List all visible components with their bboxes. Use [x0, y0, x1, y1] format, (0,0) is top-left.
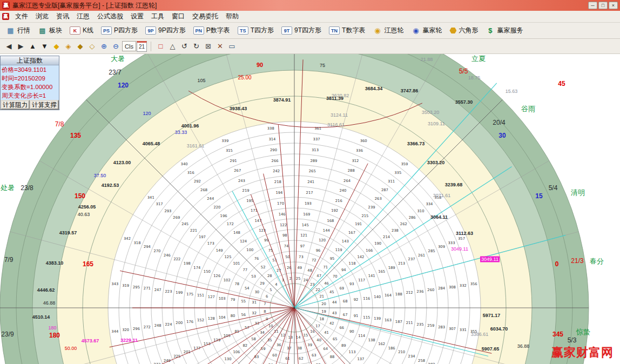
svg-text:34: 34	[260, 331, 265, 335]
menu-item-formula-stock-pick[interactable]: 公式选股	[93, 11, 127, 22]
svg-text:71: 71	[324, 265, 328, 269]
toolbar-winner-wheel-button[interactable]: ◉赢家轮	[407, 24, 446, 37]
toolbar-quotes-button[interactable]: ▦行情	[2, 24, 34, 37]
page-right-button[interactable]: ▶	[15, 41, 26, 52]
svg-text:193: 193	[305, 201, 312, 206]
svg-text:288: 288	[348, 168, 355, 173]
svg-text:264: 264	[343, 179, 351, 183]
hexagon-label: 六角形	[459, 26, 478, 35]
svg-text:63: 63	[312, 353, 316, 358]
calendar-21-button[interactable]: 21	[137, 41, 147, 52]
gann-tool-4-button[interactable]: ◇	[86, 41, 98, 52]
toolbar-t-number-table-button[interactable]: TNT数字表	[325, 24, 369, 37]
minimize-button[interactable]: ─	[588, 2, 597, 9]
winner-service-label: 赢家服务	[497, 26, 523, 35]
svg-text:320: 320	[122, 328, 129, 332]
crop-tool-button[interactable]: ✕	[214, 41, 226, 52]
svg-text:2: 2	[289, 277, 292, 281]
toolbar-t-square-button[interactable]: TST四方形	[234, 24, 278, 37]
menu-item-gann[interactable]: 江恩	[73, 11, 93, 22]
svg-text:15: 15	[304, 333, 308, 338]
gann-wheel-chart[interactable]: 2345678910111213141516171819202122232425…	[0, 54, 620, 364]
svg-text:343: 343	[111, 282, 118, 286]
svg-text:166: 166	[366, 248, 373, 253]
svg-text:80: 80	[231, 314, 235, 318]
marker-down-button[interactable]: ▼	[39, 41, 50, 52]
svg-text:17: 17	[315, 324, 320, 328]
toolbar-p-square-button[interactable]: PSP四方形	[97, 24, 141, 37]
maximize-button[interactable]: □	[598, 2, 608, 9]
delete-tool-button[interactable]: ⊠	[203, 41, 214, 52]
toolbar-kline-button[interactable]: KK线	[66, 24, 97, 37]
svg-text:219: 219	[242, 188, 250, 193]
menu-item-help[interactable]: 帮助	[222, 11, 242, 22]
gann-wheel-icon: ◉	[373, 26, 382, 35]
svg-text:309: 309	[438, 245, 445, 249]
menu-item-news[interactable]: 资讯	[52, 11, 73, 22]
rect-tool-button[interactable]: □	[155, 41, 166, 52]
toolbar-gann-wheel-button[interactable]: ◉江恩轮	[369, 24, 407, 37]
svg-text:335: 335	[394, 171, 401, 175]
svg-text:5: 5	[269, 288, 272, 292]
menu-item-settings[interactable]: 设置	[127, 11, 147, 22]
svg-text:28: 28	[267, 274, 272, 278]
gann-tool-2-button[interactable]: ◈	[63, 41, 74, 52]
svg-text:194: 194	[275, 191, 282, 195]
svg-text:239: 239	[368, 205, 375, 210]
t-number-table-label: T数字表	[342, 26, 365, 35]
svg-text:333: 333	[448, 241, 455, 245]
svg-text:82: 82	[242, 343, 247, 348]
page-left-button[interactable]: ◀	[3, 41, 15, 52]
menu-item-trade-entrust[interactable]: 交易委托	[188, 11, 222, 22]
svg-text:102: 102	[224, 278, 231, 282]
svg-text:360: 360	[360, 139, 367, 143]
toolbar-hexagon-button[interactable]: 六角形	[446, 24, 482, 37]
svg-text:197: 197	[199, 235, 206, 239]
svg-text:57: 57	[245, 326, 250, 330]
svg-text:49: 49	[297, 266, 302, 270]
p-number-table-label: P数字表	[206, 26, 230, 35]
t-square-label: T四方形	[251, 26, 274, 35]
toolbar-9t-square-button[interactable]: 9T9T四方形	[278, 24, 325, 37]
menu-item-browse[interactable]: 浏览	[32, 11, 52, 22]
svg-text:358: 358	[434, 196, 441, 200]
svg-text:164: 164	[385, 293, 392, 298]
present-tool-button[interactable]: ▭	[226, 41, 238, 52]
close-button[interactable]: ×	[609, 2, 618, 9]
toolbar-winner-service-button[interactable]: $赢家服务	[482, 24, 527, 37]
gann-tool-3-button[interactable]: ◆	[75, 41, 86, 52]
svg-text:314: 314	[268, 137, 275, 141]
svg-text:92: 92	[354, 298, 359, 302]
calc-resistance-button[interactable]: 计算阻力	[1, 100, 30, 110]
rotate-cw-tool-button[interactable]: ↻	[191, 41, 202, 52]
gann-tool-1-button[interactable]: ◆	[51, 41, 62, 52]
toolbar-sectors-button[interactable]: ▩板块	[34, 24, 66, 37]
svg-text:173: 173	[207, 241, 214, 246]
svg-text:66: 66	[339, 326, 344, 330]
svg-text:238: 238	[392, 228, 399, 233]
toolbar-p-number-table-button[interactable]: PNP数字表	[190, 24, 234, 37]
svg-text:244: 244	[207, 197, 214, 201]
calc-support-button[interactable]: 计算支撑	[30, 100, 59, 110]
chart-area: 2345678910111213141516171819202122232425…	[0, 54, 620, 364]
zoom-in-button[interactable]: ⊕	[98, 41, 110, 52]
svg-text:285: 285	[428, 249, 435, 253]
rotate-ccw-tool-button[interactable]: ↺	[179, 41, 190, 52]
menu-item-file[interactable]: 文件	[11, 11, 32, 22]
svg-text:32: 32	[252, 311, 257, 315]
svg-text:261: 261	[418, 253, 425, 258]
svg-text:172: 172	[227, 222, 234, 226]
marker-up-button[interactable]: ▲	[27, 41, 38, 52]
zoom-out-button[interactable]: ⊖	[110, 41, 122, 52]
watermark: 赢家财富网	[551, 345, 614, 361]
svg-text:126: 126	[213, 274, 220, 278]
svg-text:198: 198	[184, 261, 191, 266]
menu-item-window-menu[interactable]: 窗口	[168, 11, 188, 22]
triangle-tool-button[interactable]: △	[167, 41, 178, 52]
svg-text:361: 361	[314, 126, 321, 131]
winner-wheel-label: 赢家轮	[422, 26, 442, 35]
toolbar-9p-square-button[interactable]: 9P9P四方形	[141, 24, 190, 37]
menu-item-tools[interactable]: 工具	[147, 11, 168, 22]
cls-button[interactable]: Cls	[122, 41, 136, 51]
winner-service-icon: $	[486, 26, 495, 35]
